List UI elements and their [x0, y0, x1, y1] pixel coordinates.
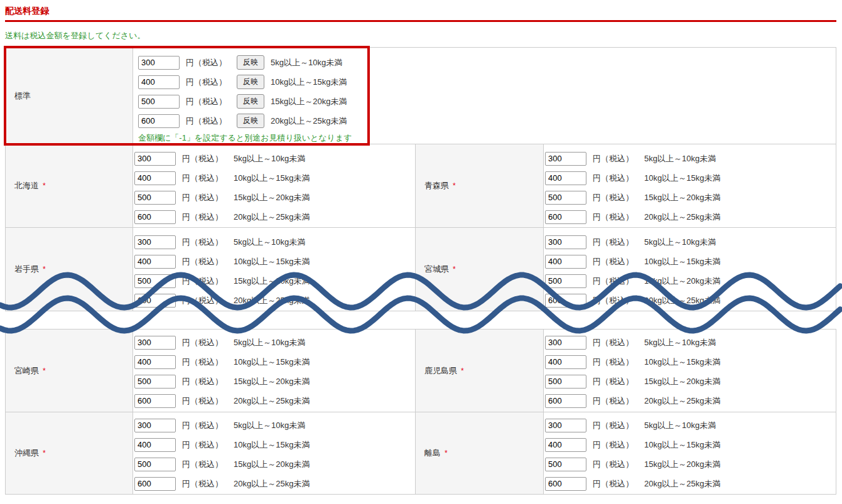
- unit-label: 円（税込）: [593, 276, 634, 287]
- fee-line: 円（税込）10kg以上～15kg未満: [545, 168, 836, 188]
- weight-range-label: 5kg以上～10kg未満: [644, 237, 716, 248]
- fee-amount-input[interactable]: [545, 419, 586, 432]
- fee-amount-input[interactable]: [545, 477, 586, 491]
- region-label-cell: 沖縄県*: [6, 412, 132, 494]
- weight-range-label: 10kg以上～15kg未満: [644, 357, 720, 368]
- fee-line: 円（税込）5kg以上～10kg未満: [545, 149, 836, 168]
- weight-range-label: 10kg以上～15kg未満: [234, 173, 310, 184]
- fee-amount-input[interactable]: [134, 152, 176, 166]
- fee-line: 円（税込）10kg以上～15kg未満: [134, 168, 415, 188]
- fee-line: 円（税込）10kg以上～15kg未満: [545, 252, 836, 271]
- fee-line: 円（税込）反映10kg以上～15kg未満: [133, 72, 367, 92]
- fee-amount-input[interactable]: [134, 235, 176, 249]
- fee-amount-input[interactable]: [138, 95, 180, 109]
- unit-label: 円（税込）: [182, 295, 223, 306]
- region-label-cell: 宮城県*: [415, 228, 543, 311]
- fee-amount-input[interactable]: [545, 294, 586, 308]
- fee-line: 円（税込）20kg以上～25kg未満: [545, 391, 836, 410]
- weight-range-label: 20kg以上～25kg未満: [234, 295, 310, 306]
- unit-label: 円（税込）: [186, 77, 227, 88]
- fee-amount-input[interactable]: [134, 394, 176, 408]
- weight-range-label: 15kg以上～20kg未満: [644, 192, 720, 203]
- fee-amount-input[interactable]: [134, 458, 176, 471]
- fee-amount-input[interactable]: [138, 114, 180, 128]
- unit-label: 円（税込）: [182, 478, 223, 490]
- fee-line: 円（税込）5kg以上～10kg未満: [134, 333, 415, 352]
- apply-button[interactable]: 反映: [237, 55, 264, 70]
- unit-label: 円（税込）: [593, 212, 634, 223]
- fee-amount-input[interactable]: [134, 294, 176, 308]
- fee-amount-input[interactable]: [138, 56, 180, 70]
- unit-label: 円（税込）: [593, 173, 634, 184]
- weight-range-label: 5kg以上～10kg未満: [644, 153, 716, 164]
- weight-range-label: 20kg以上～25kg未満: [644, 395, 720, 407]
- region-content-cell: 円（税込）5kg以上～10kg未満円（税込）10kg以上～15kg未満円（税込）…: [132, 412, 415, 494]
- weight-range-label: 20kg以上～25kg未満: [644, 295, 720, 306]
- fee-amount-input[interactable]: [545, 336, 586, 350]
- fee-line: 円（税込）15kg以上～20kg未満: [545, 454, 836, 474]
- fee-table-upper: 標準 円（税込）反映5kg以上～10kg未満円（税込）反映10kg以上～15kg…: [5, 47, 836, 311]
- unit-label: 円（税込）: [182, 173, 223, 184]
- unit-label: 円（税込）: [182, 395, 223, 407]
- fee-amount-input[interactable]: [138, 75, 180, 89]
- unit-label: 円（税込）: [593, 256, 634, 267]
- fee-amount-input[interactable]: [545, 458, 586, 471]
- fee-amount-input[interactable]: [545, 255, 586, 269]
- fee-amount-input[interactable]: [545, 210, 586, 224]
- weight-range-label: 10kg以上～15kg未満: [644, 173, 720, 184]
- weight-range-label: 5kg以上～10kg未満: [234, 337, 305, 348]
- fee-line: 円（税込）15kg以上～20kg未満: [134, 188, 415, 207]
- fee-amount-input[interactable]: [545, 355, 586, 369]
- weight-range-label: 15kg以上～20kg未満: [271, 96, 347, 107]
- weight-range-label: 5kg以上～10kg未満: [234, 420, 305, 431]
- fee-amount-input[interactable]: [545, 438, 586, 452]
- fee-amount-input[interactable]: [545, 375, 586, 389]
- tax-included-instruction: 送料は税込金額を登録してください。: [0, 22, 842, 47]
- apply-button[interactable]: 反映: [237, 75, 264, 89]
- fee-amount-input[interactable]: [545, 394, 586, 408]
- prefecture-row: 宮崎県*円（税込）5kg以上～10kg未満円（税込）10kg以上～15kg未満円…: [6, 330, 836, 412]
- fee-amount-input[interactable]: [134, 274, 176, 288]
- fee-amount-input[interactable]: [545, 191, 586, 205]
- region-label: 宮崎県: [14, 365, 39, 377]
- unit-label: 円（税込）: [182, 357, 223, 368]
- fee-line: 円（税込）10kg以上～15kg未満: [134, 435, 415, 454]
- fee-line: 円（税込）20kg以上～25kg未満: [134, 207, 415, 227]
- required-mark: *: [43, 367, 46, 375]
- fee-amount-input[interactable]: [134, 255, 176, 269]
- fee-line: 円（税込）10kg以上～15kg未満: [545, 435, 836, 454]
- fee-amount-input[interactable]: [134, 355, 176, 369]
- fee-amount-input[interactable]: [134, 210, 176, 224]
- fee-amount-input[interactable]: [545, 152, 586, 166]
- fee-amount-input[interactable]: [545, 171, 586, 185]
- region-label-cell: 鹿児島県*: [415, 330, 543, 412]
- fee-amount-input[interactable]: [545, 235, 586, 249]
- unit-label: 円（税込）: [182, 337, 223, 348]
- weight-range-label: 5kg以上～10kg未満: [644, 420, 716, 431]
- apply-button[interactable]: 反映: [237, 94, 264, 109]
- required-mark: *: [43, 449, 46, 458]
- fee-line: 円（税込）反映20kg以上～25kg未満: [133, 111, 367, 131]
- fee-amount-input[interactable]: [134, 171, 176, 185]
- fee-amount-input[interactable]: [134, 336, 176, 350]
- fee-amount-input[interactable]: [134, 477, 176, 491]
- fee-amount-input[interactable]: [134, 191, 176, 205]
- required-mark: *: [453, 181, 456, 190]
- standard-label-cell: 標準: [6, 48, 132, 144]
- unit-label: 円（税込）: [182, 276, 223, 287]
- region-content-cell: 円（税込）5kg以上～10kg未満円（税込）10kg以上～15kg未満円（税込）…: [543, 144, 836, 227]
- fee-amount-input[interactable]: [545, 274, 586, 288]
- fee-amount-input[interactable]: [134, 375, 176, 389]
- region-label: 標準: [14, 90, 31, 102]
- apply-button[interactable]: 反映: [237, 114, 264, 128]
- unit-label: 円（税込）: [593, 420, 634, 431]
- region-label: 北海道: [14, 180, 39, 191]
- weight-range-label: 10kg以上～15kg未満: [234, 439, 310, 451]
- fee-amount-input[interactable]: [134, 438, 176, 452]
- fee-line: 円（税込）20kg以上～25kg未満: [134, 291, 415, 310]
- unit-label: 円（税込）: [186, 57, 227, 68]
- region-content-cell: 円（税込）5kg以上～10kg未満円（税込）10kg以上～15kg未満円（税込）…: [543, 228, 836, 311]
- page-title: 配送料登録: [0, 0, 842, 20]
- fee-amount-input[interactable]: [134, 419, 176, 432]
- region-label: 鹿児島県: [424, 365, 457, 377]
